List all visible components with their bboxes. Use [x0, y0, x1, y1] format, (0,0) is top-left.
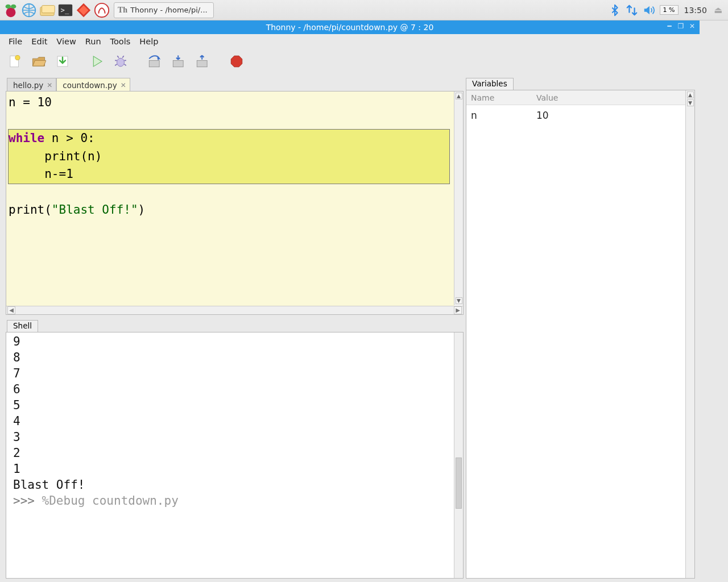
variable-row[interactable]: n 10	[466, 105, 694, 121]
system-tray: 1 % 13:50 ⏏	[609, 4, 726, 16]
svg-point-2	[11, 4, 16, 9]
clock[interactable]: 13:50	[683, 6, 707, 15]
svg-rect-18	[197, 60, 207, 66]
step-into-button[interactable]	[169, 52, 188, 70]
variables-col-value[interactable]: Value	[532, 93, 558, 102]
debug-button[interactable]	[111, 52, 130, 70]
svg-point-0	[6, 7, 16, 17]
thonny-window: Thonny - /home/pi/countdown.py @ 7 : 20 …	[0, 20, 700, 582]
variable-name: n	[466, 110, 532, 121]
close-icon[interactable]: ✕	[46, 81, 52, 89]
shell-command: %Debug countdown.py	[42, 494, 179, 508]
menu-view[interactable]: View	[52, 36, 80, 47]
menu-file[interactable]: File	[5, 36, 26, 47]
variables-pane: Variables Name Value n 10 ▲▼	[464, 74, 700, 582]
web-browser-icon[interactable]	[20, 2, 38, 19]
variable-value: 10	[532, 110, 549, 121]
tab-hello[interactable]: hello.py✕	[7, 78, 56, 92]
shell-prompt: >>>	[13, 494, 42, 508]
window-titlebar[interactable]: Thonny - /home/pi/countdown.py @ 7 : 20 …	[0, 20, 700, 34]
menu-help[interactable]: Help	[135, 36, 162, 47]
variables-vertical-scrollbar[interactable]: ▲▼	[685, 90, 694, 578]
volume-icon[interactable]	[643, 4, 655, 16]
window-title: Thonny - /home/pi/countdown.py @ 7 : 20	[266, 23, 434, 32]
svg-point-1	[6, 4, 11, 9]
svg-marker-14	[93, 56, 102, 66]
svg-rect-17	[173, 60, 183, 66]
taskbar-app-thonny[interactable]: Th Thonny - /home/pi/...	[114, 2, 214, 18]
stop-button[interactable]	[228, 52, 246, 70]
code-editor[interactable]: n = 10 while n > 0: print(n) n-=1 print(…	[6, 91, 464, 315]
window-maximize-icon[interactable]: ❐	[677, 22, 685, 30]
svg-marker-19	[231, 56, 242, 67]
editor-pane: hello.py✕ countdown.py✕ n = 10 while n >…	[6, 76, 464, 315]
tab-countdown[interactable]: countdown.py✕	[56, 78, 130, 92]
menu-raspberry-icon[interactable]	[2, 2, 19, 19]
new-file-button[interactable]	[6, 52, 24, 70]
debug-highlight-block: while n > 0: print(n) n-=1	[9, 130, 449, 184]
file-manager-icon[interactable]	[39, 2, 56, 19]
eject-icon[interactable]: ⏏	[712, 5, 722, 15]
cpu-usage[interactable]: 1 %	[660, 5, 679, 15]
wolfram-icon[interactable]	[93, 2, 110, 19]
network-icon[interactable]	[626, 4, 638, 16]
editor-tabs: hello.py✕ countdown.py✕	[6, 76, 464, 91]
svg-point-15	[117, 58, 125, 66]
menu-bar: File Edit View Run Tools Help	[0, 34, 700, 49]
svg-rect-5	[42, 5, 55, 13]
step-out-button[interactable]	[193, 52, 212, 70]
svg-point-10	[95, 3, 109, 16]
step-over-button[interactable]	[146, 52, 164, 70]
taskbar-app-label: Thonny - /home/pi/...	[130, 6, 208, 14]
menu-run[interactable]: Run	[81, 36, 105, 47]
shell-pane: Shell 9 8 7 6 5 4 3 2 1 Blast Off! >>> %…	[6, 318, 464, 579]
mathematica-icon[interactable]	[75, 2, 92, 19]
tab-variables[interactable]: Variables	[466, 78, 514, 90]
os-taskbar: >_ Th Thonny - /home/pi/... 1 % 13:50 ⏏	[0, 0, 728, 20]
svg-text:>_: >_	[61, 6, 69, 14]
bluetooth-icon[interactable]	[609, 4, 621, 16]
tab-shell[interactable]: Shell	[7, 320, 38, 332]
editor-horizontal-scrollbar[interactable]: ◀▶	[6, 306, 463, 314]
terminal-icon[interactable]: >_	[57, 2, 74, 19]
window-close-icon[interactable]: ✕	[688, 22, 696, 30]
window-minimize-icon[interactable]: ━	[665, 22, 673, 30]
shell-output[interactable]: 9 8 7 6 5 4 3 2 1 Blast Off! >>> %Debug …	[6, 332, 464, 579]
toolbar	[0, 49, 700, 74]
svg-point-12	[15, 55, 20, 60]
open-file-button[interactable]	[30, 52, 48, 70]
save-button[interactable]	[53, 52, 72, 70]
editor-vertical-scrollbar[interactable]: ▲▼	[454, 92, 463, 305]
thonny-icon: Th	[118, 6, 127, 15]
close-icon[interactable]: ✕	[119, 81, 126, 89]
variables-col-name[interactable]: Name	[466, 93, 532, 102]
menu-edit[interactable]: Edit	[27, 36, 51, 47]
shell-vertical-scrollbar[interactable]	[454, 332, 463, 578]
svg-rect-16	[149, 60, 159, 66]
run-button[interactable]	[88, 52, 106, 70]
variables-header: Name Value	[466, 90, 694, 105]
menu-tools[interactable]: Tools	[106, 36, 135, 47]
